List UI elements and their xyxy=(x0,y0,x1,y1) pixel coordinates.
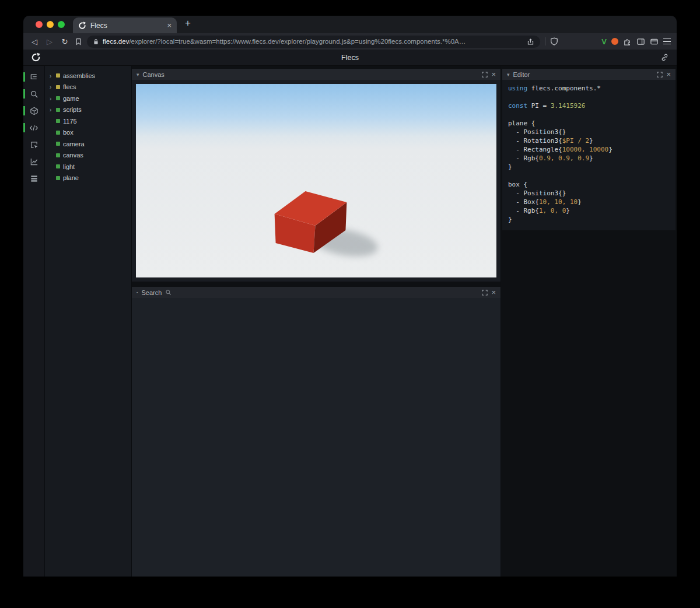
tree-item[interactable]: 1175 xyxy=(45,115,131,127)
tree-item[interactable]: ›assemblies xyxy=(45,70,131,82)
code-line: - Rgb{0.9, 0.9, 0.9} xyxy=(508,154,670,163)
browser-window: Flecs × + ◁ ▷ ↻ flecs.dev/explorer/?loca… xyxy=(23,16,677,577)
canvas-panel-header: ▾ Canvas × xyxy=(132,69,501,80)
extension-orange-icon[interactable] xyxy=(611,38,618,45)
traffic-lights xyxy=(23,21,73,28)
editor-panel-title: Editor xyxy=(513,71,530,78)
share-icon[interactable] xyxy=(527,38,534,45)
tree-item[interactable]: ›flecs xyxy=(45,82,131,93)
browser-tab[interactable]: Flecs × xyxy=(73,17,177,33)
tab-strip: Flecs × + xyxy=(23,16,677,33)
code-line xyxy=(508,171,670,180)
tree-item-label: game xyxy=(63,95,79,102)
scene-3d xyxy=(136,84,496,277)
app-header: Flecs xyxy=(23,50,677,66)
canvas-3d-view[interactable] xyxy=(132,80,501,282)
desktop: Flecs × + ◁ ▷ ↻ flecs.dev/explorer/?loca… xyxy=(0,0,700,608)
maximize-icon[interactable] xyxy=(482,72,488,78)
maximize-icon[interactable] xyxy=(482,290,488,296)
expand-arrow-icon[interactable]: › xyxy=(48,72,53,79)
expand-arrow-icon[interactable]: › xyxy=(48,106,53,113)
search-small-icon xyxy=(165,289,172,296)
tree-item[interactable]: light xyxy=(45,161,131,173)
close-icon[interactable]: × xyxy=(491,289,496,296)
entity-color-square xyxy=(56,73,60,78)
tree-item-label: flecs xyxy=(63,83,76,90)
tree-item-label: scripts xyxy=(63,106,82,113)
entity-color-square xyxy=(56,85,60,89)
expand-arrow-icon[interactable]: › xyxy=(48,83,53,90)
tree-item[interactable]: camera xyxy=(45,138,131,150)
forward-button[interactable]: ▷ xyxy=(44,37,55,46)
code-line: - Position3{} xyxy=(508,189,670,198)
chart-icon[interactable] xyxy=(23,156,44,167)
tree-item[interactable]: canvas xyxy=(45,150,131,161)
new-tab-button[interactable]: + xyxy=(185,17,191,29)
minimize-window-button[interactable] xyxy=(47,21,54,28)
tree-item[interactable]: ›game xyxy=(45,93,131,104)
flecs-favicon xyxy=(78,22,86,30)
lock-icon xyxy=(93,38,99,45)
chevron-down-icon[interactable]: ▾ xyxy=(136,72,139,78)
code-line: - Box{10, 10, 10} xyxy=(508,198,670,206)
chevron-down-icon[interactable]: ▾ xyxy=(507,72,510,78)
wallet-card-icon[interactable] xyxy=(650,37,659,46)
url-bar[interactable]: flecs.dev/explorer/?local=true&wasm=http… xyxy=(87,36,540,48)
entity-color-square xyxy=(56,142,60,146)
canvas-panel-title: Canvas xyxy=(143,71,164,78)
close-icon[interactable]: × xyxy=(666,71,671,78)
code-icon[interactable] xyxy=(23,122,44,133)
close-window-button[interactable] xyxy=(36,21,43,28)
content-area: ›assemblies›flecs›game›scripts1175boxcam… xyxy=(23,66,677,577)
tree-item-label: canvas xyxy=(63,152,83,159)
maximize-icon[interactable] xyxy=(657,72,663,78)
code-line xyxy=(508,93,670,101)
search-panel-header: ▪ Search × xyxy=(132,287,501,298)
close-tab-icon[interactable]: × xyxy=(167,22,172,29)
cube-icon[interactable] xyxy=(23,105,44,117)
entity-color-square xyxy=(56,119,60,123)
inspect-icon[interactable] xyxy=(23,139,44,150)
search-panel-title: Search xyxy=(141,289,162,296)
search-panel-body[interactable] xyxy=(132,298,501,577)
entity-color-square xyxy=(56,176,60,180)
code-line: box { xyxy=(508,180,670,189)
bookmark-icon[interactable] xyxy=(75,38,82,45)
hierarchy-icon[interactable] xyxy=(23,71,44,83)
page-title: Flecs xyxy=(23,54,677,62)
rows-icon[interactable] xyxy=(23,173,44,184)
extension-v-icon[interactable]: V xyxy=(601,37,607,46)
zoom-window-button[interactable] xyxy=(58,21,65,28)
expand-arrow-icon[interactable]: › xyxy=(48,95,53,102)
menu-icon[interactable] xyxy=(663,38,671,45)
editor-code[interactable]: using flecs.components.* const PI = 3.14… xyxy=(502,80,676,230)
tree-item[interactable]: box xyxy=(45,127,131,139)
back-button[interactable]: ◁ xyxy=(29,37,40,46)
extensions-puzzle-icon[interactable] xyxy=(623,37,632,46)
code-line: - Rotation3{$PI / 2} xyxy=(508,136,670,145)
tree-item-label: 1175 xyxy=(63,118,77,125)
code-line: } xyxy=(508,163,670,171)
url-path: /explorer/?local=true&wasm=https://www.f… xyxy=(129,38,466,45)
entity-color-square xyxy=(56,164,60,168)
entity-color-square xyxy=(56,108,60,112)
canvas-panel: ▾ Canvas × xyxy=(132,69,501,282)
tree-item[interactable]: ›scripts xyxy=(45,104,131,116)
code-line: using flecs.components.* xyxy=(508,84,670,93)
shield-icon[interactable] xyxy=(550,37,558,45)
url-text[interactable]: flecs.dev/explorer/?local=true&wasm=http… xyxy=(103,38,523,45)
tree-item[interactable]: plane xyxy=(45,173,131,184)
entity-color-square xyxy=(56,96,60,100)
tree-item-label: assemblies xyxy=(63,72,95,79)
tree-item-label: box xyxy=(63,129,74,136)
reload-button[interactable]: ↻ xyxy=(60,37,70,46)
panel-bullet-icon[interactable]: ▪ xyxy=(136,290,138,294)
close-icon[interactable]: × xyxy=(491,71,496,78)
main-column: ▾ Canvas × xyxy=(131,66,501,577)
search-icon[interactable] xyxy=(23,88,44,100)
entity-color-square xyxy=(56,131,60,135)
code-line: const PI = 3.1415926 xyxy=(508,101,670,110)
code-line: - Rgb{1, 0, 0} xyxy=(508,206,670,215)
sidebar-toggle-icon[interactable] xyxy=(636,37,645,46)
browser-toolbar: ◁ ▷ ↻ flecs.dev/explorer/?local=true&was… xyxy=(23,33,677,50)
